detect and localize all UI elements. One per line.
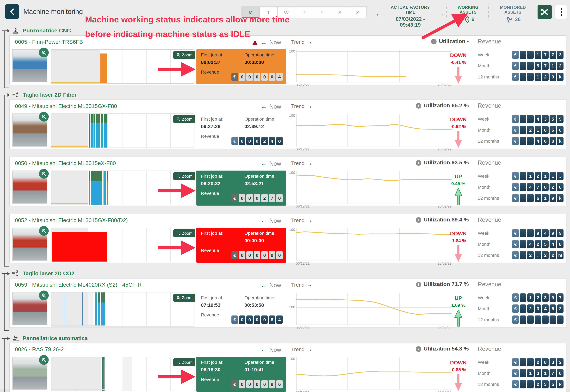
counter-digit: 2 (535, 358, 541, 366)
counter-digit: 1 (535, 73, 541, 81)
now-control[interactable]: ← Now (237, 103, 281, 110)
counter-digit (520, 62, 526, 70)
counter-digit (535, 315, 541, 324)
machine-name[interactable]: 0049 - Mitsubishi Electric ML3015GX-F80 (15, 103, 117, 110)
machine-name[interactable]: 0059 - Mitsubishi Electric ML4020RX (S2)… (15, 282, 142, 288)
working-assets: WORKING ASSETS 6 (450, 5, 486, 23)
photo-magnifier-badge[interactable] (39, 112, 49, 122)
timeline-segment (51, 146, 89, 147)
info-icon[interactable]: i (416, 282, 421, 287)
machine-photo[interactable] (12, 228, 47, 261)
magnifier-icon (176, 231, 180, 235)
group-name[interactable]: Pannellatrice automatica (23, 335, 88, 342)
machine-photo[interactable] (12, 357, 47, 390)
timeline-zoom-button[interactable]: Zoom (173, 115, 195, 123)
counter-digit (520, 305, 526, 313)
day-tab-3[interactable]: T (295, 6, 313, 18)
daily-revenue-counter: €000248 (231, 137, 283, 145)
counter-digit: 9 (550, 229, 556, 237)
machine-photo[interactable] (12, 49, 47, 82)
operation-time-value: 02:39:12 (244, 124, 264, 129)
trend-link[interactable]: Trend→ (291, 160, 312, 167)
y-axis-label: 100 (287, 228, 295, 232)
now-control[interactable]: ← Now (237, 160, 281, 167)
photo-magnifier-badge[interactable] (39, 291, 49, 300)
machine-name[interactable]: 0050 - Mitsubishi Electric ML3015eX-F80 (15, 160, 116, 167)
counter-digit: 0 (261, 251, 268, 259)
counter-digit: 4 (276, 315, 283, 324)
back-button[interactable] (5, 4, 19, 19)
counter-digit: 0 (246, 73, 253, 81)
revenue-row: 12 months €129k (473, 72, 567, 82)
revenue-period-label: Month (478, 127, 491, 133)
revenue-header: Revenue (478, 159, 501, 166)
trend-arrow-icon: → (306, 160, 312, 167)
day-tab-5[interactable]: S (331, 6, 349, 18)
now-control[interactable]: ← Now (237, 282, 281, 289)
monitored-assets-value: 26 (515, 16, 521, 22)
photo-magnifier-badge[interactable] (39, 355, 49, 365)
machine-photo[interactable] (12, 170, 47, 204)
status-timeline[interactable] (51, 49, 195, 84)
machine-photo[interactable] (12, 292, 47, 325)
status-timeline[interactable] (51, 292, 195, 326)
now-control[interactable]: ← Now (237, 346, 281, 353)
timeline-zoom-button[interactable]: Zoom (173, 294, 195, 302)
menu-button[interactable] (555, 5, 567, 19)
counter-digit: 2 (557, 305, 564, 313)
y-axis-label: 100 (287, 357, 295, 361)
info-icon[interactable]: i (416, 217, 421, 223)
signal-icon (462, 16, 469, 23)
timeline-zoom-button[interactable]: Zoom (173, 172, 195, 180)
x-axis-start-label: 06/12/21 (296, 261, 310, 265)
counter-digit: 3 (557, 172, 564, 180)
laser-cutter-icon: 2D (12, 270, 19, 278)
timeline-zoom-button[interactable]: Zoom (173, 51, 195, 59)
photo-magnifier-badge[interactable] (39, 226, 49, 236)
status-timeline[interactable] (51, 113, 195, 148)
group-name[interactable]: Punzonatrice CNC (23, 28, 71, 34)
counter-digit (520, 315, 526, 324)
info-icon[interactable]: i (416, 103, 421, 109)
factory-time-label: ACTUAL FACTORY TIME (385, 5, 436, 14)
now-control[interactable]: ← Now (237, 217, 281, 224)
machine-name[interactable]: 0052 - Mitsubishi Electric ML3015GX-F80(… (15, 217, 128, 224)
trend-link[interactable]: Trend→ (291, 39, 312, 45)
trend-link[interactable]: Trend→ (291, 103, 312, 110)
timeline-zoom-button[interactable]: Zoom (173, 229, 195, 237)
counter-digit: 7 (535, 183, 541, 191)
info-icon[interactable]: i (416, 346, 421, 352)
machine-photo[interactable] (12, 113, 47, 147)
fullscreen-button[interactable] (538, 5, 552, 19)
timeline-zoom-button[interactable]: Zoom (173, 358, 195, 366)
timeline-segment (51, 82, 100, 83)
counter-digit: 3 (542, 115, 549, 123)
status-panel: First job at: Operation time: - 00:00:00… (196, 228, 286, 263)
status-timeline[interactable] (51, 228, 195, 262)
day-tab-6[interactable]: S (349, 6, 367, 18)
info-icon[interactable]: i (431, 39, 437, 44)
trend-link[interactable]: Trend→ (291, 346, 312, 353)
prev-day-arrow[interactable]: ← (375, 9, 383, 18)
next-day-arrow[interactable]: → (437, 9, 445, 18)
group-name[interactable]: Taglio laser 2D Fiber (23, 92, 77, 98)
machine-name[interactable]: 0005 - Finn-Power TRS6FB (15, 39, 83, 45)
group-name[interactable]: Taglio laser 2D CO2 (23, 270, 75, 277)
status-timeline[interactable] (51, 170, 195, 205)
trend-link[interactable]: Trend→ (291, 281, 312, 288)
info-icon[interactable]: i (416, 160, 421, 166)
euro-sign: € (512, 115, 519, 123)
counter-digit: 6 (276, 380, 283, 388)
svg-text:2D: 2D (12, 93, 15, 96)
photo-magnifier-badge[interactable] (39, 169, 49, 179)
trend-direction-pct: 0.45 % (447, 181, 470, 186)
now-arrow-icon: ← (261, 282, 267, 289)
photo-magnifier-badge[interactable] (39, 48, 49, 57)
tree-arrow-icon (1, 28, 10, 33)
counter-digit: 9 (550, 294, 556, 302)
machine-name[interactable]: 0026 - RAS 79.26-2 (15, 346, 64, 353)
trend-link[interactable]: Trend→ (291, 217, 312, 224)
status-timeline[interactable] (51, 357, 195, 391)
counter-digit: 0 (557, 183, 564, 191)
day-tab-4[interactable]: F (313, 6, 331, 18)
